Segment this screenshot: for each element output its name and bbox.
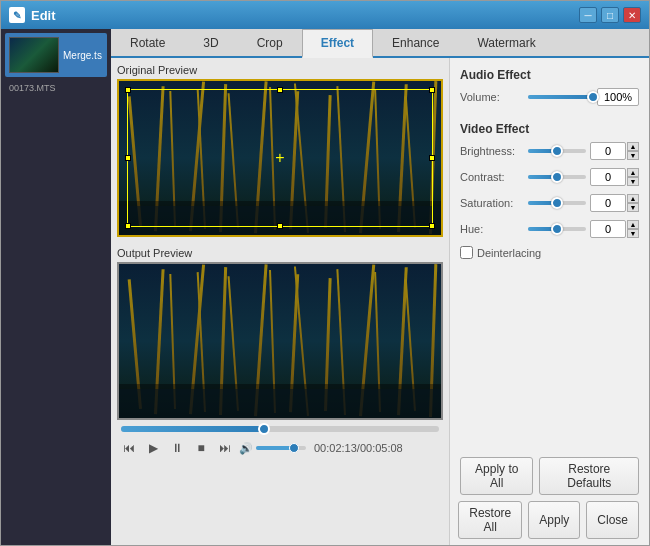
contrast-slider-container[interactable]: [528, 169, 586, 185]
tab-rotate[interactable]: Rotate: [111, 29, 184, 56]
brightness-row: Brightness: ▲ ▼: [460, 142, 639, 160]
video-panel: Original Preview: [111, 58, 449, 545]
time-display: 00:02:13/00:05:08: [314, 442, 403, 454]
file-label-merge: Merge.ts: [63, 50, 102, 61]
apply-button[interactable]: Apply: [528, 501, 580, 539]
title-bar: ✎ Edit ─ □ ✕: [1, 1, 649, 29]
controls-bar: ⏮ ▶ ⏸ ■ ⏭ 🔊 00:02:13: [117, 434, 443, 462]
deinterlacing-row: Deinterlacing: [460, 246, 639, 259]
restore-all-button[interactable]: Restore All: [458, 501, 522, 539]
audio-effect-section: Audio Effect Volume:: [460, 68, 639, 114]
saturation-slider-container[interactable]: [528, 195, 586, 211]
saturation-spin: ▲ ▼: [627, 194, 639, 212]
minimize-button[interactable]: ─: [579, 7, 597, 23]
brightness-spin-down[interactable]: ▼: [627, 151, 639, 160]
output-preview-container: [117, 262, 443, 420]
contrast-slider-thumb[interactable]: [551, 171, 563, 183]
file-item-merge[interactable]: Merge.ts: [5, 33, 107, 77]
selection-border: [127, 89, 433, 227]
volume-slider-fill: [528, 95, 593, 99]
handle-tl[interactable]: [125, 87, 131, 93]
play-button[interactable]: ▶: [143, 438, 163, 458]
restore-defaults-button[interactable]: Restore Defaults: [539, 457, 639, 495]
hue-spin-down[interactable]: ▼: [627, 229, 639, 238]
volume-slider-thumb[interactable]: [587, 91, 599, 103]
content-area: Merge.ts 00173.MTS Rotate 3D Crop Effect…: [1, 29, 649, 545]
handle-br[interactable]: [429, 223, 435, 229]
hue-value-input[interactable]: [590, 220, 626, 238]
contrast-row: Contrast: ▲ ▼: [460, 168, 639, 186]
hue-slider-container[interactable]: [528, 221, 586, 237]
contrast-label: Contrast:: [460, 171, 528, 183]
handle-ml[interactable]: [125, 155, 131, 161]
pause-button[interactable]: ⏸: [167, 438, 187, 458]
timeline-fill: [121, 426, 264, 432]
tab-3d[interactable]: 3D: [184, 29, 237, 56]
handle-bl[interactable]: [125, 223, 131, 229]
btn-row-top: Apply to All Restore Defaults: [460, 457, 639, 495]
timeline-thumb[interactable]: [258, 423, 270, 435]
hue-row: Hue: ▲ ▼: [460, 220, 639, 238]
saturation-value-input[interactable]: [590, 194, 626, 212]
close-button[interactable]: Close: [586, 501, 639, 539]
saturation-spin-up[interactable]: ▲: [627, 194, 639, 203]
video-effect-section: Video Effect Brightness:: [460, 122, 639, 259]
volume-icon: 🔊: [239, 442, 253, 455]
saturation-slider-thumb[interactable]: [551, 197, 563, 209]
volume-track[interactable]: [256, 446, 306, 450]
svg-rect-41: [119, 389, 441, 418]
hue-spin: ▲ ▼: [627, 220, 639, 238]
brightness-spin-up[interactable]: ▲: [627, 142, 639, 151]
volume-row: Volume:: [460, 88, 639, 106]
saturation-slider-track[interactable]: [528, 201, 586, 205]
main-panel: Rotate 3D Crop Effect Enhance Watermark …: [111, 29, 649, 545]
original-preview-container: +: [117, 79, 443, 237]
file-item-mts[interactable]: 00173.MTS: [5, 79, 107, 97]
brightness-spin: ▲ ▼: [627, 142, 639, 160]
contrast-spin-up[interactable]: ▲: [627, 168, 639, 177]
brightness-value-input[interactable]: [590, 142, 626, 160]
file-thumbnail-merge: [9, 37, 59, 73]
maximize-button[interactable]: □: [601, 7, 619, 23]
tab-effect[interactable]: Effect: [302, 29, 373, 58]
audio-effect-title: Audio Effect: [460, 68, 639, 82]
hue-slider-thumb[interactable]: [551, 223, 563, 235]
volume-slider-track[interactable]: [528, 95, 593, 99]
brightness-label: Brightness:: [460, 145, 528, 157]
volume-area: 🔊: [239, 442, 306, 455]
volume-thumb[interactable]: [289, 443, 299, 453]
contrast-value-input[interactable]: [590, 168, 626, 186]
hue-label: Hue:: [460, 223, 528, 235]
left-panel: Merge.ts 00173.MTS: [1, 29, 111, 545]
stop-button[interactable]: ■: [191, 438, 211, 458]
skip-back-button[interactable]: ⏮: [119, 438, 139, 458]
saturation-spin-down[interactable]: ▼: [627, 203, 639, 212]
brightness-slider-thumb[interactable]: [551, 145, 563, 157]
saturation-row: Saturation: ▲ ▼: [460, 194, 639, 212]
volume-value-input[interactable]: [597, 88, 639, 106]
volume-slider-container[interactable]: [528, 89, 593, 105]
tab-enhance[interactable]: Enhance: [373, 29, 458, 56]
hue-spin-up[interactable]: ▲: [627, 220, 639, 229]
btn-row-bottom: Restore All Apply Close: [460, 501, 639, 539]
timeline-track[interactable]: [121, 426, 439, 432]
handle-tr[interactable]: [429, 87, 435, 93]
tab-watermark[interactable]: Watermark: [458, 29, 554, 56]
contrast-spin-down[interactable]: ▼: [627, 177, 639, 186]
close-window-button[interactable]: ✕: [623, 7, 641, 23]
timeline-bar: [117, 424, 443, 434]
handle-bc[interactable]: [277, 223, 283, 229]
handle-tc[interactable]: [277, 87, 283, 93]
deinterlacing-checkbox[interactable]: [460, 246, 473, 259]
tabs-bar: Rotate 3D Crop Effect Enhance Watermark: [111, 29, 649, 58]
skip-fwd-button[interactable]: ⏭: [215, 438, 235, 458]
original-video-bg: +: [119, 81, 441, 235]
handle-mr[interactable]: [429, 155, 435, 161]
contrast-slider-track[interactable]: [528, 175, 586, 179]
brightness-slider-track[interactable]: [528, 149, 586, 153]
brightness-slider-container[interactable]: [528, 143, 586, 159]
right-panel: Audio Effect Volume:: [449, 58, 649, 545]
hue-slider-track[interactable]: [528, 227, 586, 231]
tab-crop[interactable]: Crop: [238, 29, 302, 56]
apply-to-all-button[interactable]: Apply to All: [460, 457, 533, 495]
